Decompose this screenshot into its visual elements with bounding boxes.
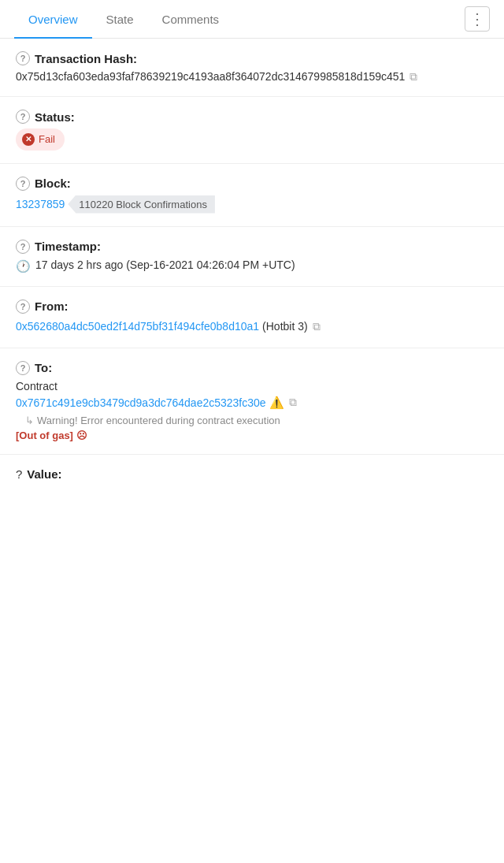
- timestamp-value: 🕐 17 days 2 hrs ago (Sep-16-2021 04:26:0…: [16, 259, 488, 273]
- timestamp-help-icon[interactable]: ?: [16, 240, 30, 254]
- timestamp-text: 17 days 2 hrs ago (Sep-16-2021 04:26:04 …: [35, 259, 295, 271]
- value-row: ? Value:: [0, 455, 504, 493]
- status-row: ? Status: ✕ Fail: [0, 97, 504, 164]
- more-menu-button[interactable]: ⋮: [465, 6, 490, 32]
- transaction-hash-copy-icon[interactable]: ⧉: [410, 70, 417, 84]
- from-row: ? From: 0x562680a4dc50ed2f14d75bf31f494c…: [0, 287, 504, 348]
- status-label: ? Status:: [16, 110, 488, 124]
- value-help-icon[interactable]: ?: [16, 467, 22, 481]
- transaction-hash-value: 0x75d13cfa603eda93faf78639219c4193aa8f36…: [16, 70, 488, 84]
- to-row: ? To: Contract 0x7671c491e9cb3479cd9a3dc…: [0, 348, 504, 455]
- fail-x-icon: ✕: [22, 133, 35, 146]
- block-label-text: Block:: [35, 177, 71, 190]
- block-number-link[interactable]: 13237859: [16, 198, 65, 210]
- timestamp-label: ? Timestamp:: [16, 240, 488, 254]
- to-label: ? To:: [16, 361, 488, 375]
- to-address-row: 0x7671c491e9cb3479cd9a3dc764dae2c5323fc3…: [16, 396, 488, 410]
- warning-text: Warning! Error encountered during contra…: [37, 415, 280, 426]
- from-label-text: From:: [35, 299, 69, 313]
- tab-comments[interactable]: Comments: [148, 0, 234, 39]
- to-type: Contract: [16, 380, 488, 392]
- fail-label: Fail: [39, 132, 55, 147]
- to-label-text: To:: [35, 361, 52, 374]
- to-warning-icon: ⚠️: [269, 396, 284, 410]
- block-confirmations-badge: 110220 Block Confirmations: [68, 195, 215, 214]
- transaction-hash-help-icon[interactable]: ?: [16, 51, 30, 65]
- to-value: Contract 0x7671c491e9cb3479cd9a3dc764dae…: [16, 380, 488, 441]
- status-badge: ✕ Fail: [16, 128, 65, 151]
- value-label-text: Value:: [27, 467, 61, 481]
- timestamp-label-text: Timestamp:: [35, 240, 101, 253]
- to-copy-icon[interactable]: ⧉: [289, 396, 297, 409]
- clock-icon: 🕐: [16, 259, 31, 273]
- overview-content: ? Transaction Hash: 0x75d13cfa603eda93fa…: [0, 39, 504, 493]
- tab-overview[interactable]: Overview: [14, 0, 92, 39]
- transaction-hash-text: 0x75d13cfa603eda93faf78639219c4193aa8f36…: [16, 70, 405, 83]
- from-help-icon[interactable]: ?: [16, 299, 30, 314]
- from-value: 0x562680a4dc50ed2f14d75bf31f494cfe0b8d10…: [16, 318, 488, 335]
- sad-icon: ☹: [76, 430, 87, 441]
- status-value: ✕ Fail: [16, 128, 488, 151]
- block-value: 13237859 110220 Block Confirmations: [16, 195, 488, 214]
- status-label-text: Status:: [35, 110, 75, 124]
- to-address-link[interactable]: 0x7671c491e9cb3479cd9a3dc764dae2c5323fc3…: [16, 396, 266, 409]
- from-name: (Hotbit 3): [262, 318, 308, 335]
- error-label-text: [Out of gas]: [16, 430, 73, 441]
- tab-state[interactable]: State: [92, 0, 148, 39]
- block-row: ? Block: 13237859 110220 Block Confirmat…: [0, 164, 504, 227]
- timestamp-row: ? Timestamp: 🕐 17 days 2 hrs ago (Sep-16…: [0, 227, 504, 287]
- from-address-link[interactable]: 0x562680a4dc50ed2f14d75bf31f494cfe0b8d10…: [16, 318, 259, 335]
- tabs-bar: Overview State Comments ⋮: [0, 0, 504, 39]
- transaction-hash-label: ? Transaction Hash:: [16, 51, 488, 65]
- from-copy-icon[interactable]: ⧉: [313, 318, 321, 335]
- status-help-icon[interactable]: ?: [16, 110, 30, 124]
- transaction-hash-row: ? Transaction Hash: 0x75d13cfa603eda93fa…: [0, 39, 504, 97]
- to-warning-message: Warning! Error encountered during contra…: [16, 415, 488, 426]
- block-help-icon[interactable]: ?: [16, 177, 30, 191]
- from-label: ? From:: [16, 299, 488, 314]
- block-label: ? Block:: [16, 177, 488, 191]
- transaction-hash-label-text: Transaction Hash:: [35, 52, 137, 65]
- to-help-icon[interactable]: ?: [16, 361, 30, 375]
- out-of-gas-badge: [Out of gas] ☹: [16, 430, 488, 441]
